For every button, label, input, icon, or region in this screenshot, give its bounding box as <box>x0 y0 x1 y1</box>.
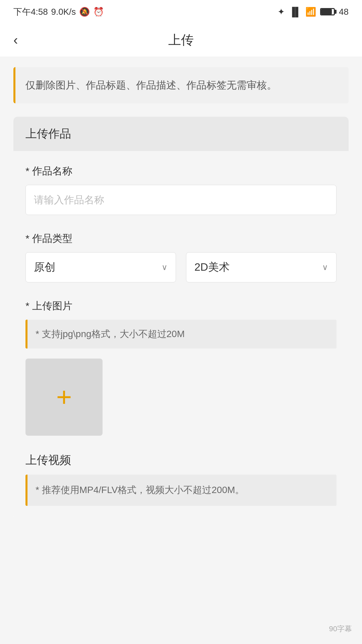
work-type-label-text: * 作品类型 <box>25 233 72 244</box>
network-speed: 9.0K/s <box>51 7 76 17</box>
signal-icon: ▐▌ <box>289 7 301 17</box>
wifi-icon: 📶 <box>305 7 316 17</box>
upload-image-group: * 上传图片 * 支持jpg\png格式，大小不超过20M + <box>25 299 337 436</box>
status-left: 下午4:58 9.0K/s 🔕 ⏰ <box>13 6 104 18</box>
upload-image-hint: * 支持jpg\png格式，大小不超过20M <box>25 320 337 348</box>
section-body: * 作品名称 请输入作品名称 * 作品类型 原创 ∨ 2D美术 <box>13 151 349 519</box>
page-title: 上传 <box>168 32 194 49</box>
alarm-icon: ⏰ <box>93 7 104 17</box>
work-name-placeholder: 请输入作品名称 <box>34 193 104 207</box>
watermark: 90字幕 <box>329 624 352 634</box>
upload-plus-icon: + <box>56 384 72 411</box>
status-bar: 下午4:58 9.0K/s 🔕 ⏰ ✦ ▐▌ 📶 48 <box>0 0 362 23</box>
origin-type-value: 原创 <box>34 260 55 275</box>
upload-image-button[interactable]: + <box>25 359 103 436</box>
battery-icon <box>320 8 335 15</box>
upload-image-label-text: * 上传图片 <box>25 300 72 311</box>
upload-section-card: 上传作品 * 作品名称 请输入作品名称 * 作品类型 原创 <box>13 117 349 519</box>
upload-image-hint-text: * 支持jpg\png格式，大小不超过20M <box>36 329 185 339</box>
work-name-label-text: * 作品名称 <box>25 165 72 176</box>
time-display: 下午4:58 <box>13 6 48 18</box>
origin-type-dropdown[interactable]: 原创 ∨ <box>25 252 176 282</box>
battery-fill <box>321 9 332 14</box>
upload-image-label: * 上传图片 <box>25 299 337 313</box>
upload-video-group: 上传视频 * 推荐使用MP4/FLV格式，视频大小不超过200M。 <box>25 452 337 506</box>
status-right: ✦ ▐▌ 📶 48 <box>278 7 349 17</box>
dropdown-row: 原创 ∨ 2D美术 ∨ <box>25 252 337 282</box>
mute-icon: 🔕 <box>79 7 90 17</box>
art-type-value: 2D美术 <box>194 260 230 275</box>
origin-type-arrow: ∨ <box>162 263 168 272</box>
upload-video-label-text: 上传视频 <box>25 453 71 466</box>
work-type-label: * 作品类型 <box>25 232 337 246</box>
watermark-text: 90字幕 <box>329 625 352 633</box>
main-content: 仅删除图片、作品标题、作品描述、作品标签无需审核。 上传作品 * 作品名称 请输… <box>0 57 362 529</box>
art-type-dropdown[interactable]: 2D美术 ∨ <box>186 252 337 282</box>
art-type-arrow: ∨ <box>322 263 328 272</box>
work-name-group: * 作品名称 请输入作品名称 <box>25 164 337 215</box>
upload-video-hint-text: * 推荐使用MP4/FLV格式，视频大小不超过200M。 <box>36 485 244 495</box>
notice-text: 仅删除图片、作品标题、作品描述、作品标签无需审核。 <box>25 79 277 91</box>
upload-video-label: 上传视频 <box>25 452 337 468</box>
bluetooth-icon: ✦ <box>278 7 285 17</box>
notice-box: 仅删除图片、作品标题、作品描述、作品标签无需审核。 <box>13 67 349 103</box>
upload-video-hint: * 推荐使用MP4/FLV格式，视频大小不超过200M。 <box>25 475 337 506</box>
back-button[interactable]: ‹ <box>13 33 18 48</box>
work-name-input[interactable]: 请输入作品名称 <box>25 185 337 215</box>
work-name-label: * 作品名称 <box>25 164 337 178</box>
battery-level: 48 <box>339 7 349 17</box>
work-type-group: * 作品类型 原创 ∨ 2D美术 ∨ <box>25 232 337 282</box>
section-header-label: 上传作品 <box>25 127 71 140</box>
nav-bar: ‹ 上传 <box>0 23 362 57</box>
section-header: 上传作品 <box>13 117 349 151</box>
